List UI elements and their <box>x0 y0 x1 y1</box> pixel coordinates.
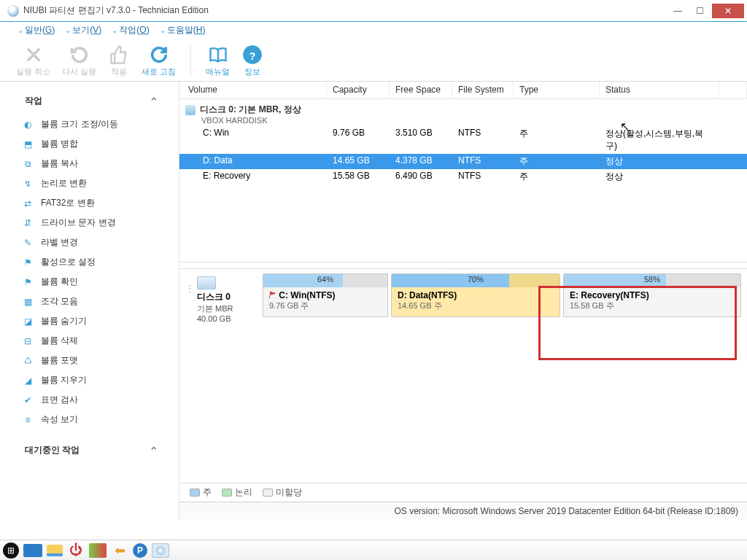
toolbar-redo[interactable]: 다시 실행 <box>62 44 96 77</box>
volume-row[interactable]: C: Win9.76 GB3.510 GBNTFS주정상(활성,시스템,부팅,복… <box>179 126 747 154</box>
sidebar-item-delete[interactable]: ⊟볼륨 삭제 <box>9 331 170 351</box>
start-button[interactable]: ⊞ <box>3 542 19 559</box>
col-type[interactable]: Type <box>514 82 600 98</box>
toolbar-info[interactable]: ?정보 <box>241 44 263 77</box>
col-status[interactable]: Status <box>600 82 719 98</box>
flag-icon <box>269 291 276 298</box>
table-header-row: Volume Capacity Free Space File System T… <box>179 82 747 99</box>
sidebar-item-fat32[interactable]: ⇄FAT32로 변환 <box>9 193 170 213</box>
chevron-down-icon: ⌄ <box>18 26 23 34</box>
col-capacity[interactable]: Capacity <box>327 82 390 98</box>
power-icon[interactable]: ⏻ <box>67 543 85 558</box>
surface-icon: ✔ <box>22 394 34 406</box>
refresh-icon <box>148 44 170 66</box>
chevron-down-icon: ⌄ <box>65 26 71 34</box>
diskmap-name: 디스크 0 <box>197 291 258 303</box>
app3-icon[interactable]: P <box>133 543 147 558</box>
sidebar-item-surface[interactable]: ✔표면 검사 <box>9 390 170 410</box>
diskmap-block[interactable]: 70%D: Data(NTFS)14.65 GB 주 <box>391 273 560 317</box>
taskbar: ⊞ ⏻ ⬅ P <box>0 540 747 560</box>
logical-icon: ↯ <box>22 178 34 190</box>
chevron-up-icon: ⌃ <box>150 445 158 456</box>
taskview-icon[interactable] <box>23 544 42 557</box>
menu-v[interactable]: ⌄ 보기(V) <box>61 24 106 36</box>
disk-model: VBOX HARDDISK <box>185 116 747 125</box>
legend-item: 주 <box>190 486 212 499</box>
active-icon: ⚑ <box>22 257 34 268</box>
toolbar-undo[interactable]: 실행 취소 <box>16 44 50 77</box>
fat32-icon: ⇄ <box>22 198 34 209</box>
sidebar-item-props[interactable]: ≡속성 보기 <box>9 410 170 429</box>
volume-row[interactable]: D: Data14.65 GB4.378 GBNTFS주정상 <box>179 154 747 169</box>
splitter[interactable]: ..... <box>179 262 747 269</box>
sidebar-item-defrag[interactable]: ▦조각 모음 <box>9 292 170 311</box>
apply-icon <box>108 44 130 66</box>
app-icon <box>7 5 19 17</box>
chevron-up-icon: ⌃ <box>150 96 158 107</box>
volume-table-body: C: Win9.76 GB3.510 GBNTFS주정상(활성,시스템,부팅,복… <box>179 126 747 184</box>
niubi-taskbar-icon[interactable] <box>152 543 169 558</box>
sidebar-item-check[interactable]: ⚑볼륨 확인 <box>9 272 170 292</box>
sidebar-item-hide[interactable]: ◪볼륨 숨기기 <box>9 311 170 331</box>
undo-icon <box>23 44 44 66</box>
volume-row[interactable]: E: Recovery15.58 GB6.490 GBNTFS주정상 <box>179 169 747 184</box>
toolbar-manual[interactable]: 매뉴얼 <box>206 44 230 77</box>
col-spacer <box>719 82 747 98</box>
sidebar-item-letter[interactable]: ⇵드라이브 문자 변경 <box>9 213 170 233</box>
redo-icon <box>69 44 90 66</box>
chevron-down-icon: ⌄ <box>160 26 166 34</box>
sidebar-item-resize[interactable]: ◐볼륨 크기 조정/이동 <box>9 114 170 134</box>
sidebar-item-label[interactable]: ✎라벨 변경 <box>9 233 170 252</box>
toolbar-apply[interactable]: 적용 <box>108 44 130 77</box>
toolbar-refresh[interactable]: 새로 고침 <box>142 44 176 77</box>
disk-header[interactable]: 디스크 0: 기본 MBR, 정상 <box>185 104 747 116</box>
minimize-button[interactable]: — <box>668 4 687 18</box>
diskmap-scroll-indicator: ⋮ <box>185 273 193 294</box>
legend-item: 미할당 <box>263 486 302 499</box>
close-button[interactable]: ✕ <box>712 4 744 18</box>
disk-icon <box>185 105 196 115</box>
sidebar-pending-label: 대기중인 작업 <box>25 444 80 456</box>
diskmap-size: 40.00 GB <box>197 314 258 323</box>
diskmap-info[interactable]: 디스크 0 기본 MBR 40.00 GB <box>197 273 258 323</box>
diskmap-type: 기본 MBR <box>197 303 258 314</box>
col-fs[interactable]: File System <box>452 82 514 98</box>
check-icon: ⚑ <box>22 276 34 288</box>
sidebar-item-wipe[interactable]: ◢볼륨 지우기 <box>9 370 170 390</box>
disk-group: 디스크 0: 기본 MBR, 정상 VBOX HARDDISK <box>179 99 747 126</box>
maximize-button[interactable]: ☐ <box>690 4 709 18</box>
menu-g[interactable]: ⌄ 일반(G) <box>13 24 59 36</box>
menubar: ⌄ 일반(G)⌄ 보기(V)⌄ 작업(O)⌄ 도움말(H) <box>0 22 747 38</box>
sidebar-item-merge[interactable]: ⬒볼륨 병합 <box>9 134 170 154</box>
window-controls: — ☐ ✕ <box>665 4 744 18</box>
sidebar-item-copy[interactable]: ⧉볼륨 복사 <box>9 154 170 174</box>
label-icon: ✎ <box>22 237 34 249</box>
manual-icon <box>207 44 229 66</box>
menu-h[interactable]: ⌄ 도움말(H) <box>155 24 210 36</box>
sidebar-item-format[interactable]: ♺볼륨 포맷 <box>9 351 170 370</box>
sidebar-item-active[interactable]: ⚑활성으로 설정 <box>9 252 170 272</box>
menu-o[interactable]: ⌄ 작업(O) <box>107 24 153 36</box>
main-area: 작업 ⌃ ◐볼륨 크기 조정/이동⬒볼륨 병합⧉볼륨 복사↯논리로 변환⇄FAT… <box>0 82 747 519</box>
format-icon: ♺ <box>22 355 34 367</box>
sidebar-item-logical[interactable]: ↯논리로 변환 <box>9 174 170 193</box>
wipe-icon: ◢ <box>22 375 34 386</box>
window-title: NIUBI 파티션 편집기 v7.3.0 - Technician Editio… <box>23 4 665 17</box>
diskmap-block[interactable]: 58%E: Recovery(NTFS)15.58 GB 주 <box>563 273 741 317</box>
sidebar-ops-header[interactable]: 작업 ⌃ <box>9 88 170 114</box>
legend-item: 논리 <box>222 486 252 499</box>
col-volume[interactable]: Volume <box>182 82 327 98</box>
copy-icon: ⧉ <box>22 158 34 170</box>
delete-icon: ⊟ <box>22 335 34 347</box>
app2-icon[interactable]: ⬅ <box>111 543 128 558</box>
diskmap-block[interactable]: 64% C: Win(NTFS)9.76 GB 주 <box>263 273 388 317</box>
app1-icon[interactable] <box>89 543 107 558</box>
col-free[interactable]: Free Space <box>390 82 452 98</box>
explorer-icon[interactable] <box>47 545 63 556</box>
sidebar-pending-header[interactable]: 대기중인 작업 ⌃ <box>9 437 170 464</box>
info-icon: ? <box>241 44 263 66</box>
sidebar: 작업 ⌃ ◐볼륨 크기 조정/이동⬒볼륨 병합⧉볼륨 복사↯논리로 변환⇄FAT… <box>0 82 179 519</box>
resize-icon: ◐ <box>22 119 34 131</box>
statusbar: OS version: Microsoft Windows Server 201… <box>179 502 747 519</box>
sidebar-ops-label: 작업 <box>25 95 42 107</box>
